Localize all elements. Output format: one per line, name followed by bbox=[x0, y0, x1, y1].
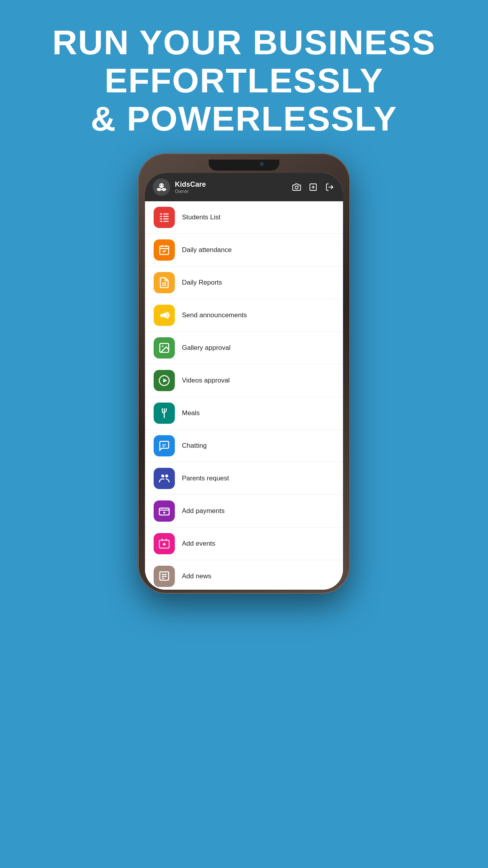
notch-area bbox=[138, 153, 350, 173]
header-icons bbox=[291, 182, 335, 193]
videos-approval-icon bbox=[154, 370, 175, 391]
menu-item-students-list[interactable]: Students List bbox=[145, 201, 343, 234]
daily-attendance-icon bbox=[154, 239, 175, 261]
svg-point-34 bbox=[165, 474, 169, 478]
students-list-label: Students List bbox=[182, 213, 220, 221]
svg-point-5 bbox=[295, 186, 298, 189]
videos-approval-label: Videos approval bbox=[182, 377, 230, 384]
app-title-group: KidsCare Owner bbox=[175, 180, 206, 194]
add-circle-icon[interactable] bbox=[308, 182, 319, 193]
app-title: KidsCare bbox=[175, 180, 206, 189]
svg-rect-18 bbox=[163, 221, 169, 222]
app-logo bbox=[153, 178, 170, 196]
menu-item-meals[interactable]: Meals bbox=[145, 397, 343, 430]
students-list-icon bbox=[154, 207, 175, 228]
daily-reports-label: Daily Reports bbox=[182, 279, 222, 287]
svg-point-27 bbox=[162, 346, 163, 347]
chatting-icon bbox=[154, 435, 175, 456]
menu-list: Students List Daily attendance bbox=[145, 201, 343, 590]
menu-item-daily-attendance[interactable]: Daily attendance bbox=[145, 234, 343, 267]
menu-item-add-events[interactable]: Add events bbox=[145, 528, 343, 560]
svg-rect-16 bbox=[163, 219, 169, 220]
svg-rect-12 bbox=[163, 213, 169, 215]
headline-line2: EFFORTLESSLY bbox=[105, 61, 383, 100]
daily-attendance-label: Daily attendance bbox=[182, 246, 232, 254]
gallery-approval-label: Gallery approval bbox=[182, 344, 231, 352]
phone-frame: KidsCare Owner bbox=[138, 153, 350, 594]
export-icon[interactable] bbox=[324, 182, 335, 193]
svg-point-4 bbox=[162, 185, 163, 186]
svg-point-6 bbox=[299, 186, 299, 187]
menu-item-chatting[interactable]: Chatting bbox=[145, 430, 343, 462]
svg-point-0 bbox=[157, 188, 161, 191]
headline-line3: & POWERLESSLY bbox=[91, 99, 398, 138]
headline-line1: RUN YOUR BUSINESS bbox=[52, 23, 436, 62]
phone-mockup: KidsCare Owner bbox=[138, 153, 350, 853]
menu-item-videos-approval[interactable]: Videos approval bbox=[145, 364, 343, 397]
svg-rect-17 bbox=[160, 221, 162, 222]
parents-request-label: Parents request bbox=[182, 474, 229, 482]
notch bbox=[209, 160, 279, 171]
menu-item-parents-request[interactable]: Parents request bbox=[145, 462, 343, 495]
menu-item-add-payments[interactable]: Add payments bbox=[145, 495, 343, 528]
menu-item-daily-reports[interactable]: Daily Reports bbox=[145, 267, 343, 299]
svg-point-36 bbox=[163, 512, 165, 514]
meals-icon bbox=[154, 403, 175, 424]
headline: RUN YOUR BUSINESS EFFORTLESSLY & POWERLE… bbox=[52, 24, 436, 138]
phone-screen: KidsCare Owner bbox=[145, 173, 343, 590]
header-left: KidsCare Owner bbox=[153, 178, 206, 196]
add-news-label: Add news bbox=[182, 572, 211, 580]
svg-rect-14 bbox=[163, 216, 169, 217]
add-payments-label: Add payments bbox=[182, 507, 225, 515]
gallery-approval-icon bbox=[154, 337, 175, 359]
camera-icon[interactable] bbox=[291, 182, 302, 193]
add-events-icon bbox=[154, 533, 175, 554]
chatting-label: Chatting bbox=[182, 442, 207, 450]
svg-rect-13 bbox=[160, 216, 162, 217]
svg-point-2 bbox=[159, 183, 164, 188]
svg-point-3 bbox=[160, 185, 161, 186]
menu-item-add-news[interactable]: Add news bbox=[145, 560, 343, 590]
send-announcements-icon bbox=[154, 305, 175, 326]
svg-marker-29 bbox=[163, 379, 167, 383]
app-header: KidsCare Owner bbox=[145, 173, 343, 201]
svg-point-33 bbox=[161, 474, 165, 478]
svg-rect-15 bbox=[160, 219, 162, 220]
app-subtitle: Owner bbox=[175, 189, 206, 194]
svg-rect-11 bbox=[160, 213, 162, 215]
menu-item-send-announcements[interactable]: Send announcements bbox=[145, 299, 343, 332]
menu-item-gallery-approval[interactable]: Gallery approval bbox=[145, 332, 343, 364]
add-payments-icon bbox=[154, 500, 175, 522]
add-news-icon bbox=[154, 566, 175, 587]
svg-rect-19 bbox=[160, 246, 169, 254]
add-events-label: Add events bbox=[182, 540, 215, 548]
meals-label: Meals bbox=[182, 409, 200, 417]
send-announcements-label: Send announcements bbox=[182, 311, 247, 319]
daily-reports-icon bbox=[154, 272, 175, 293]
svg-point-1 bbox=[161, 188, 166, 191]
parents-request-icon bbox=[154, 468, 175, 489]
